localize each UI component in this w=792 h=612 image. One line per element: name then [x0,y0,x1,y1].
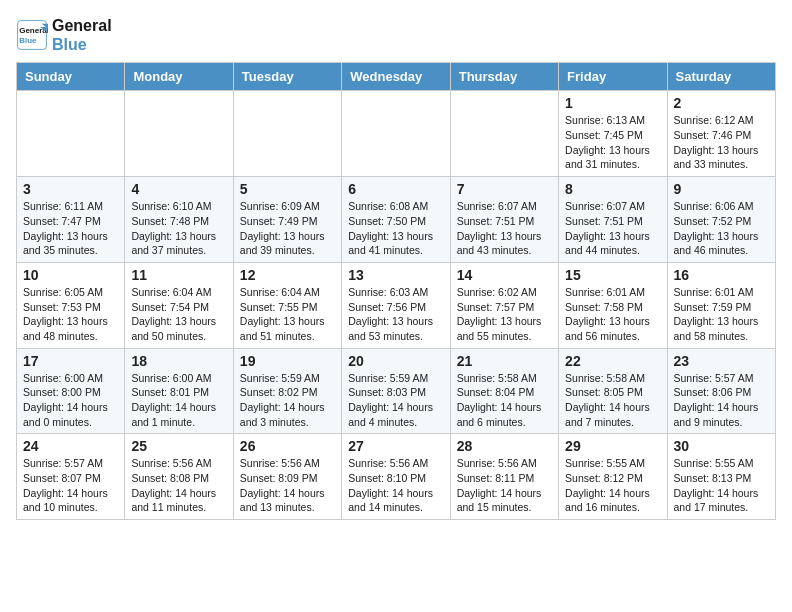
day-info: Sunrise: 5:57 AM Sunset: 8:07 PM Dayligh… [23,456,118,515]
calendar-week-row: 10Sunrise: 6:05 AM Sunset: 7:53 PM Dayli… [17,262,776,348]
calendar-cell [450,91,558,177]
calendar-cell: 28Sunrise: 5:56 AM Sunset: 8:11 PM Dayli… [450,434,558,520]
day-number: 16 [674,267,769,283]
calendar-cell: 20Sunrise: 5:59 AM Sunset: 8:03 PM Dayli… [342,348,450,434]
day-number: 4 [131,181,226,197]
calendar-cell: 5Sunrise: 6:09 AM Sunset: 7:49 PM Daylig… [233,177,341,263]
day-info: Sunrise: 6:07 AM Sunset: 7:51 PM Dayligh… [565,199,660,258]
day-info: Sunrise: 6:00 AM Sunset: 8:01 PM Dayligh… [131,371,226,430]
logo-icon: General Blue [16,19,48,51]
day-info: Sunrise: 5:58 AM Sunset: 8:05 PM Dayligh… [565,371,660,430]
calendar-cell: 16Sunrise: 6:01 AM Sunset: 7:59 PM Dayli… [667,262,775,348]
calendar-cell: 17Sunrise: 6:00 AM Sunset: 8:00 PM Dayli… [17,348,125,434]
day-info: Sunrise: 6:10 AM Sunset: 7:48 PM Dayligh… [131,199,226,258]
day-number: 25 [131,438,226,454]
calendar-cell: 23Sunrise: 5:57 AM Sunset: 8:06 PM Dayli… [667,348,775,434]
calendar-cell: 19Sunrise: 5:59 AM Sunset: 8:02 PM Dayli… [233,348,341,434]
calendar-week-row: 24Sunrise: 5:57 AM Sunset: 8:07 PM Dayli… [17,434,776,520]
calendar-cell: 12Sunrise: 6:04 AM Sunset: 7:55 PM Dayli… [233,262,341,348]
day-number: 17 [23,353,118,369]
calendar-cell: 27Sunrise: 5:56 AM Sunset: 8:10 PM Dayli… [342,434,450,520]
day-info: Sunrise: 5:56 AM Sunset: 8:11 PM Dayligh… [457,456,552,515]
day-number: 3 [23,181,118,197]
day-number: 11 [131,267,226,283]
calendar-cell: 3Sunrise: 6:11 AM Sunset: 7:47 PM Daylig… [17,177,125,263]
day-number: 18 [131,353,226,369]
weekday-header: Tuesday [233,63,341,91]
calendar-cell: 21Sunrise: 5:58 AM Sunset: 8:04 PM Dayli… [450,348,558,434]
day-info: Sunrise: 5:56 AM Sunset: 8:09 PM Dayligh… [240,456,335,515]
day-number: 1 [565,95,660,111]
calendar-cell: 15Sunrise: 6:01 AM Sunset: 7:58 PM Dayli… [559,262,667,348]
day-info: Sunrise: 5:59 AM Sunset: 8:03 PM Dayligh… [348,371,443,430]
day-number: 23 [674,353,769,369]
day-info: Sunrise: 6:08 AM Sunset: 7:50 PM Dayligh… [348,199,443,258]
day-number: 10 [23,267,118,283]
day-info: Sunrise: 6:09 AM Sunset: 7:49 PM Dayligh… [240,199,335,258]
day-number: 14 [457,267,552,283]
day-number: 12 [240,267,335,283]
day-number: 21 [457,353,552,369]
calendar-cell: 26Sunrise: 5:56 AM Sunset: 8:09 PM Dayli… [233,434,341,520]
day-number: 30 [674,438,769,454]
calendar-cell: 29Sunrise: 5:55 AM Sunset: 8:12 PM Dayli… [559,434,667,520]
calendar-cell: 1Sunrise: 6:13 AM Sunset: 7:45 PM Daylig… [559,91,667,177]
calendar-cell: 13Sunrise: 6:03 AM Sunset: 7:56 PM Dayli… [342,262,450,348]
day-number: 6 [348,181,443,197]
day-info: Sunrise: 6:07 AM Sunset: 7:51 PM Dayligh… [457,199,552,258]
logo-text: GeneralBlue [52,16,112,54]
calendar-cell: 14Sunrise: 6:02 AM Sunset: 7:57 PM Dayli… [450,262,558,348]
calendar-body: 1Sunrise: 6:13 AM Sunset: 7:45 PM Daylig… [17,91,776,520]
calendar-header-row: SundayMondayTuesdayWednesdayThursdayFrid… [17,63,776,91]
logo: General Blue GeneralBlue [16,16,112,54]
day-number: 9 [674,181,769,197]
weekday-header: Sunday [17,63,125,91]
calendar-table: SundayMondayTuesdayWednesdayThursdayFrid… [16,62,776,520]
day-number: 28 [457,438,552,454]
day-info: Sunrise: 6:06 AM Sunset: 7:52 PM Dayligh… [674,199,769,258]
day-number: 19 [240,353,335,369]
day-info: Sunrise: 5:56 AM Sunset: 8:10 PM Dayligh… [348,456,443,515]
calendar-cell: 10Sunrise: 6:05 AM Sunset: 7:53 PM Dayli… [17,262,125,348]
calendar-cell [17,91,125,177]
calendar-cell: 6Sunrise: 6:08 AM Sunset: 7:50 PM Daylig… [342,177,450,263]
calendar-cell: 25Sunrise: 5:56 AM Sunset: 8:08 PM Dayli… [125,434,233,520]
weekday-header: Friday [559,63,667,91]
weekday-header: Saturday [667,63,775,91]
calendar-cell: 11Sunrise: 6:04 AM Sunset: 7:54 PM Dayli… [125,262,233,348]
calendar-week-row: 3Sunrise: 6:11 AM Sunset: 7:47 PM Daylig… [17,177,776,263]
calendar-cell [342,91,450,177]
day-info: Sunrise: 5:59 AM Sunset: 8:02 PM Dayligh… [240,371,335,430]
day-info: Sunrise: 6:05 AM Sunset: 7:53 PM Dayligh… [23,285,118,344]
day-number: 24 [23,438,118,454]
day-number: 13 [348,267,443,283]
day-number: 5 [240,181,335,197]
day-number: 20 [348,353,443,369]
calendar-cell: 8Sunrise: 6:07 AM Sunset: 7:51 PM Daylig… [559,177,667,263]
day-number: 2 [674,95,769,111]
day-number: 7 [457,181,552,197]
calendar-cell: 7Sunrise: 6:07 AM Sunset: 7:51 PM Daylig… [450,177,558,263]
day-number: 15 [565,267,660,283]
calendar-week-row: 17Sunrise: 6:00 AM Sunset: 8:00 PM Dayli… [17,348,776,434]
day-number: 22 [565,353,660,369]
page-header: General Blue GeneralBlue [16,16,776,54]
day-info: Sunrise: 6:12 AM Sunset: 7:46 PM Dayligh… [674,113,769,172]
day-info: Sunrise: 5:58 AM Sunset: 8:04 PM Dayligh… [457,371,552,430]
day-info: Sunrise: 6:03 AM Sunset: 7:56 PM Dayligh… [348,285,443,344]
calendar-cell [125,91,233,177]
calendar-cell: 22Sunrise: 5:58 AM Sunset: 8:05 PM Dayli… [559,348,667,434]
day-info: Sunrise: 6:01 AM Sunset: 7:59 PM Dayligh… [674,285,769,344]
day-number: 27 [348,438,443,454]
calendar-cell: 30Sunrise: 5:55 AM Sunset: 8:13 PM Dayli… [667,434,775,520]
calendar-cell: 24Sunrise: 5:57 AM Sunset: 8:07 PM Dayli… [17,434,125,520]
calendar-cell [233,91,341,177]
day-info: Sunrise: 6:02 AM Sunset: 7:57 PM Dayligh… [457,285,552,344]
day-info: Sunrise: 6:04 AM Sunset: 7:55 PM Dayligh… [240,285,335,344]
day-info: Sunrise: 5:56 AM Sunset: 8:08 PM Dayligh… [131,456,226,515]
day-number: 26 [240,438,335,454]
day-info: Sunrise: 6:13 AM Sunset: 7:45 PM Dayligh… [565,113,660,172]
day-info: Sunrise: 6:01 AM Sunset: 7:58 PM Dayligh… [565,285,660,344]
weekday-header: Thursday [450,63,558,91]
calendar-week-row: 1Sunrise: 6:13 AM Sunset: 7:45 PM Daylig… [17,91,776,177]
